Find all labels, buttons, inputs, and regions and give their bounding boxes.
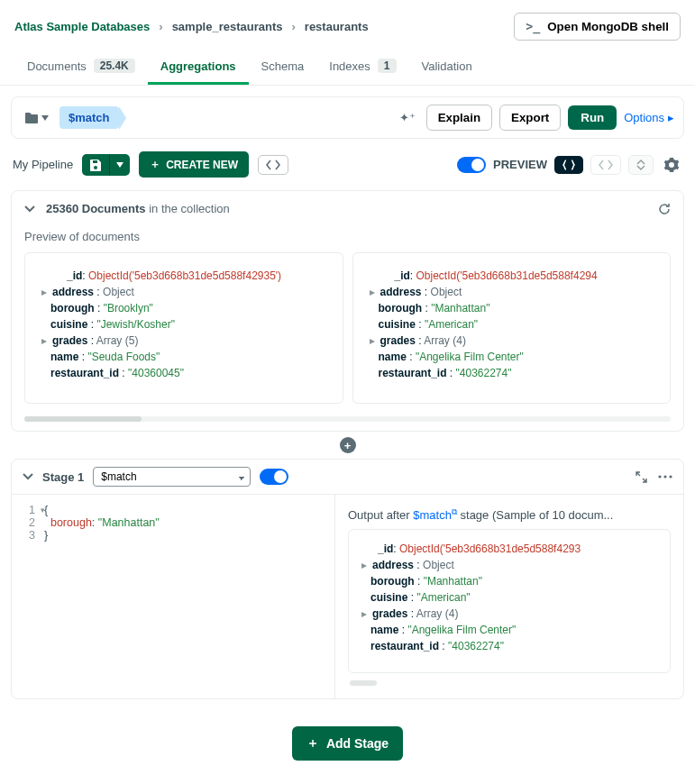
documents-panel: 25360 Documents in the collection Previe… (11, 190, 684, 432)
field-value: "40362274" (456, 367, 512, 379)
tab-documents[interactable]: Documents 25.4K (14, 50, 148, 85)
field-key: address (380, 286, 422, 298)
pipeline-name-label: My Pipeline (13, 158, 73, 171)
caret-down-icon (41, 115, 49, 121)
field-value: Array (4) (424, 334, 466, 347)
expand-caret-icon[interactable]: ▸ (361, 557, 370, 573)
open-shell-button[interactable]: >_ Open MongoDB shell (514, 13, 681, 41)
field-value: ObjectId('5eb3d668b31de5d588f42935') (88, 269, 281, 282)
caret-right-icon: ▸ (668, 111, 674, 124)
export-button[interactable]: Export (499, 105, 561, 131)
options-label: Options (624, 111, 664, 124)
field-value: "40362274" (448, 640, 504, 652)
editor-token: : (92, 516, 98, 529)
folder-icon (24, 112, 39, 124)
field-key: grades (380, 334, 416, 347)
save-pipeline-group (82, 154, 130, 176)
save-button[interactable] (82, 154, 110, 176)
field-value: "American" (425, 318, 478, 331)
indexes-count-badge: 1 (378, 59, 397, 73)
documents-panel-header[interactable]: 25360 Documents in the collection (12, 191, 683, 226)
output-suffix: stage (Sample of 10 docum... (457, 508, 613, 522)
expand-caret-icon[interactable]: ▸ (370, 284, 379, 300)
field-value: ObjectId('5eb3d668b31de5d588f4293 (399, 542, 581, 555)
chevron-down-icon[interactable] (23, 473, 33, 480)
settings-button[interactable] (661, 156, 682, 174)
field-key: name (379, 351, 407, 363)
svg-point-1 (663, 475, 666, 478)
stage-chip-match[interactable]: $match (59, 106, 119, 129)
stage-editor[interactable]: 1▾{ 2 borough: "Manhattan" 3} (12, 495, 335, 698)
pipeline-toolbar-right: PREVIEW (457, 155, 682, 175)
field-value: "Manhattan" (431, 302, 489, 315)
braces-icon (562, 160, 576, 170)
pipeline-toolbar: My Pipeline ＋ CREATE NEW PREVIEW (0, 139, 695, 190)
scrollbar-thumb[interactable] (24, 416, 142, 422)
collapse-icon (636, 160, 646, 170)
field-key: _id (395, 269, 410, 282)
field-key: grades (372, 607, 407, 620)
focus-view-button[interactable] (590, 155, 621, 175)
field-key: _id (67, 269, 82, 282)
refresh-button[interactable] (658, 203, 671, 215)
field-value: Array (5) (96, 334, 139, 347)
output-document-card: _id: ObjectId('5eb3d668b31de5d588f4293 ▸… (348, 529, 671, 673)
stage-operator-select[interactable]: $match (93, 467, 251, 487)
header: Atlas Sample Databases › sample_restaura… (0, 0, 695, 50)
explain-button[interactable]: Explain (426, 105, 492, 131)
svg-point-0 (658, 475, 661, 478)
stage-enabled-toggle[interactable] (260, 469, 288, 485)
field-key: restaurant_id (370, 640, 439, 652)
run-button[interactable]: Run (568, 105, 617, 130)
field-key: restaurant_id (379, 367, 447, 379)
expand-caret-icon[interactable]: ▸ (41, 284, 50, 300)
add-stage-label: Add Stage (326, 736, 389, 751)
documents-count-badge: 25.4K (94, 59, 135, 73)
pipeline-toolbar-left: My Pipeline ＋ CREATE NEW (13, 151, 288, 178)
tab-aggregations[interactable]: Aggregations (148, 50, 249, 85)
documents-panel-header-left: 25360 Documents in the collection (24, 202, 230, 215)
preview-toggle[interactable] (457, 157, 486, 173)
expand-caret-icon[interactable]: ▸ (370, 333, 379, 349)
dots-horizontal-icon (658, 475, 672, 479)
breadcrumb-database[interactable]: sample_restaurants (172, 20, 283, 33)
text-mode-button[interactable] (258, 155, 288, 175)
tab-validation[interactable]: Validation (409, 50, 485, 85)
stages-view-button[interactable] (554, 156, 583, 174)
options-link[interactable]: Options ▸ (624, 111, 674, 124)
tab-schema[interactable]: Schema (249, 50, 317, 85)
field-value: "Brooklyn" (104, 302, 153, 315)
add-stage-inline-button[interactable]: + (340, 437, 356, 453)
preview-of-documents-label: Preview of documents (12, 226, 683, 252)
breadcrumb-collection[interactable]: restaurants (305, 20, 369, 33)
tab-indexes[interactable]: Indexes 1 (316, 50, 408, 85)
plus-icon: ＋ (150, 157, 160, 172)
match-docs-link[interactable]: $match⧉ (413, 508, 457, 522)
field-key: cuisine (50, 318, 87, 331)
field-value: Object (103, 286, 134, 298)
horizontal-scrollbar[interactable] (24, 416, 671, 422)
field-key: cuisine (379, 318, 416, 331)
horizontal-scrollbar[interactable] (350, 680, 377, 686)
stage-title: Stage 1 (42, 470, 84, 484)
save-dropdown-button[interactable] (110, 154, 130, 176)
expand-caret-icon[interactable]: ▸ (361, 606, 370, 622)
collapse-button[interactable] (628, 155, 654, 175)
stage-header: Stage 1 $match (12, 460, 683, 495)
saved-pipelines-button[interactable] (21, 108, 52, 128)
tab-aggregations-label: Aggregations (160, 59, 236, 73)
field-key: borough (370, 575, 415, 588)
svg-point-2 (669, 475, 672, 478)
stage-menu-button[interactable] (658, 475, 672, 479)
breadcrumb-root[interactable]: Atlas Sample Databases (14, 20, 150, 33)
gear-icon (664, 158, 679, 172)
add-stage-button[interactable]: ＋ Add Stage (292, 726, 403, 761)
field-value: "Seuda Foods" (87, 351, 160, 363)
terminal-icon: >_ (526, 20, 540, 33)
ai-sparkle-icon[interactable]: ✦⁺ (396, 111, 419, 124)
field-value: Object (423, 559, 454, 571)
expand-stage-button[interactable] (636, 471, 647, 483)
expand-caret-icon[interactable]: ▸ (41, 333, 50, 349)
create-new-button[interactable]: ＋ CREATE NEW (139, 151, 249, 178)
chevron-down-icon (24, 205, 35, 213)
